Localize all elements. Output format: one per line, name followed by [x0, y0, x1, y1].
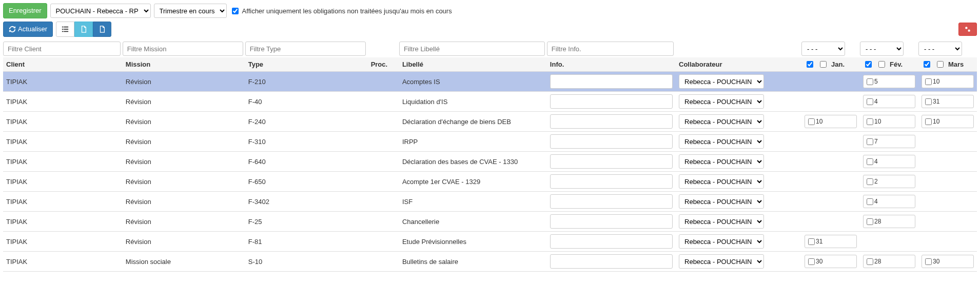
info-input[interactable]: [550, 214, 673, 229]
settings-button[interactable]: [958, 23, 977, 36]
filter-mission-input[interactable]: [123, 42, 243, 56]
filter-unhandled-label[interactable]: Afficher uniquement les obligations non …: [230, 6, 452, 16]
table-row[interactable]: TIPIAKRévisionF-240Déclaration d'échange…: [3, 112, 977, 132]
collab-select[interactable]: Rebecca - POUCHAIN: [679, 234, 764, 249]
table-row[interactable]: TIPIAKRévisionF-210Acomptes ISRebecca - …: [3, 72, 977, 92]
table-row[interactable]: TIPIAKRévisionF-81Etude PrévisionnellesR…: [3, 232, 977, 252]
filter-info-input[interactable]: [547, 42, 674, 56]
month-cell[interactable]: 28: [863, 255, 915, 268]
collab-select[interactable]: Rebecca - POUCHAIN: [679, 194, 764, 209]
info-input[interactable]: [550, 234, 673, 249]
collaborator-select[interactable]: POUCHAIN - Rebecca - RP: [50, 4, 151, 18]
table-row[interactable]: TIPIAKMission socialeS-10Bulletins de sa…: [3, 252, 977, 272]
collab-select[interactable]: Rebecca - POUCHAIN: [679, 74, 764, 89]
save-button[interactable]: Enregistrer: [3, 3, 47, 18]
month-cell[interactable]: 7: [863, 135, 915, 148]
info-input[interactable]: [550, 174, 673, 189]
table-row[interactable]: TIPIAKRévisionF-3402ISFRebecca - POUCHAI…: [3, 192, 977, 212]
collab-select[interactable]: Rebecca - POUCHAIN: [679, 214, 764, 229]
cogs-icon: [964, 26, 971, 33]
filter-client-input[interactable]: [3, 42, 121, 56]
filter-type-input[interactable]: [245, 42, 366, 56]
header-info[interactable]: Info.: [547, 57, 676, 72]
month-cell[interactable]: 4: [863, 195, 915, 208]
collab-select[interactable]: Rebecca - POUCHAIN: [679, 174, 764, 189]
header-client[interactable]: Client: [3, 57, 123, 72]
info-input[interactable]: [550, 134, 673, 149]
header-fev[interactable]: Fév.: [860, 57, 918, 72]
month-cell[interactable]: 31: [922, 95, 974, 108]
info-input[interactable]: [550, 154, 673, 169]
mar-uncheck-all[interactable]: [937, 61, 944, 68]
header-libelle[interactable]: Libellé: [399, 57, 547, 72]
month-cell[interactable]: 2: [863, 175, 915, 188]
header-type[interactable]: Type: [245, 57, 368, 72]
header-collab[interactable]: Collaborateur: [676, 57, 801, 72]
month-done-checkbox[interactable]: [925, 98, 932, 105]
table-row[interactable]: TIPIAKRévisionF-650Acompte 1er CVAE - 13…: [3, 172, 977, 192]
month-cell[interactable]: 4: [863, 95, 915, 108]
info-input[interactable]: [550, 74, 673, 89]
table-row[interactable]: TIPIAKRévisionF-40Liquidation d'ISRebecc…: [3, 92, 977, 112]
filter-libelle-input[interactable]: [399, 42, 545, 56]
month-cell[interactable]: 31: [805, 235, 857, 248]
month-cell[interactable]: 4: [863, 155, 915, 168]
month-done-checkbox[interactable]: [867, 78, 873, 85]
month-done-checkbox[interactable]: [867, 98, 873, 105]
collab-select[interactable]: Rebecca - POUCHAIN: [679, 134, 764, 149]
header-mar[interactable]: Mars: [918, 57, 977, 72]
month-cell[interactable]: 28: [863, 215, 915, 228]
month-done-checkbox[interactable]: [808, 118, 815, 125]
collab-select[interactable]: Rebecca - POUCHAIN: [679, 154, 764, 169]
fev-uncheck-all[interactable]: [878, 61, 885, 68]
collab-select[interactable]: Rebecca - POUCHAIN: [679, 254, 764, 269]
month-cell[interactable]: 10: [805, 115, 857, 128]
table-row[interactable]: TIPIAKRévisionF-25ChancellerieRebecca - …: [3, 212, 977, 232]
month-done-checkbox[interactable]: [867, 158, 873, 165]
collab-select[interactable]: Rebecca - POUCHAIN: [679, 114, 764, 129]
cell-proc: [368, 232, 399, 252]
month-done-checkbox[interactable]: [925, 78, 932, 85]
month-cell[interactable]: 10: [922, 115, 974, 128]
export-file2-button[interactable]: [93, 22, 111, 37]
period-select[interactable]: Trimestre en cours: [154, 4, 227, 18]
cell-info: [547, 192, 676, 212]
table-row[interactable]: TIPIAKRévisionF-310IRPPRebecca - POUCHAI…: [3, 132, 977, 152]
header-jan[interactable]: Jan.: [801, 57, 860, 72]
info-input[interactable]: [550, 194, 673, 209]
month-done-checkbox[interactable]: [867, 198, 873, 205]
month-cell[interactable]: 10: [922, 75, 974, 88]
jan-uncheck-all[interactable]: [820, 61, 827, 68]
filter-fev-select[interactable]: - - -: [860, 42, 904, 56]
month-done-checkbox[interactable]: [867, 178, 873, 185]
month-cell[interactable]: 5: [863, 75, 915, 88]
month-done-checkbox[interactable]: [925, 118, 932, 125]
month-done-checkbox[interactable]: [925, 258, 932, 265]
header-proc[interactable]: Proc.: [368, 57, 399, 72]
jan-check-all[interactable]: [807, 61, 813, 68]
month-day: 30: [933, 258, 939, 265]
info-input[interactable]: [550, 114, 673, 129]
export-file-button[interactable]: [74, 22, 93, 37]
month-cell[interactable]: 10: [863, 115, 915, 128]
mar-check-all[interactable]: [924, 61, 930, 68]
header-mission[interactable]: Mission: [123, 57, 245, 72]
table-row[interactable]: TIPIAKRévisionF-640Déclaration des bases…: [3, 152, 977, 172]
month-cell[interactable]: 30: [922, 255, 974, 268]
month-done-checkbox[interactable]: [808, 258, 815, 265]
view-list-button[interactable]: [56, 22, 74, 37]
refresh-button[interactable]: Actualiser: [3, 22, 53, 37]
month-done-checkbox[interactable]: [867, 218, 873, 225]
fev-check-all[interactable]: [865, 61, 872, 68]
filter-mar-select[interactable]: - - -: [918, 42, 962, 56]
month-done-checkbox[interactable]: [867, 258, 873, 265]
filter-unhandled-checkbox[interactable]: [232, 8, 239, 14]
month-done-checkbox[interactable]: [808, 238, 815, 245]
month-done-checkbox[interactable]: [867, 138, 873, 145]
info-input[interactable]: [550, 94, 673, 109]
month-done-checkbox[interactable]: [867, 118, 873, 125]
filter-jan-select[interactable]: - - -: [801, 42, 845, 56]
info-input[interactable]: [550, 254, 673, 269]
collab-select[interactable]: Rebecca - POUCHAIN: [679, 94, 764, 109]
month-cell[interactable]: 30: [805, 255, 857, 268]
